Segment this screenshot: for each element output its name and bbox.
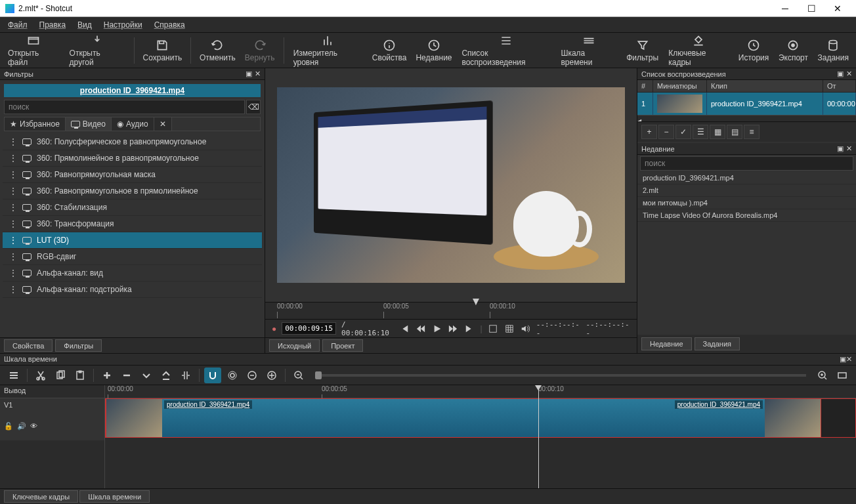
ripple-all-button[interactable]	[263, 368, 280, 383]
window-close-button[interactable]: ✕	[824, 1, 851, 16]
timeline-menu-button[interactable]	[5, 368, 22, 383]
playlist-view-icons-button[interactable]: ▤	[727, 125, 742, 139]
history-button[interactable]: История	[735, 37, 773, 64]
favorite-tab[interactable]: ★ Избранное	[5, 117, 66, 131]
jobs-button[interactable]: Задания	[814, 37, 852, 64]
playlist-view-tiles-button[interactable]: ▦	[710, 125, 725, 139]
filters-button[interactable]: Фильтры	[623, 37, 662, 64]
redo-button[interactable]: Вернуть	[242, 37, 278, 64]
undo-button[interactable]: Отменить	[196, 37, 239, 64]
panel-undock-icon[interactable]: ▣	[246, 70, 252, 78]
playlist-row[interactable]: 1 production ID_3969421.mp4 00:00:00	[637, 93, 856, 115]
recent-item[interactable]: 2.mlt	[637, 184, 856, 197]
snap-button[interactable]	[204, 368, 221, 383]
filter-item[interactable]: ⋮Альфа-канал: подстройка	[3, 282, 262, 298]
filter-item[interactable]: ⋮RGB-сдвиг	[3, 249, 262, 265]
playlist-update-button[interactable]: ✓	[675, 125, 691, 139]
zoom-fit-button[interactable]	[834, 368, 851, 383]
split-button[interactable]	[177, 368, 194, 383]
preview-ruler[interactable]: 00:00:00 00:00:05 00:00:10	[265, 302, 637, 319]
properties-button[interactable]: Свойства	[369, 37, 410, 64]
window-maximize-button[interactable]: ☐	[798, 1, 824, 16]
audio-tab[interactable]: ◉ Аудио	[112, 117, 154, 131]
panel-undock-icon[interactable]: ▣	[837, 70, 844, 78]
project-tab[interactable]: Проект	[322, 339, 363, 352]
timeline-playhead[interactable]	[538, 385, 539, 488]
menu-view[interactable]: Вид	[72, 18, 97, 32]
lock-icon[interactable]: 🔓	[4, 422, 13, 430]
save-button[interactable]: Сохранить	[140, 37, 185, 64]
hide-icon[interactable]: 👁	[30, 422, 37, 430]
menu-help[interactable]: Справка	[149, 18, 190, 32]
filter-list[interactable]: ⋮360: Полусферическое в равнопрямоугольн…	[3, 134, 262, 337]
skip-end-button[interactable]	[464, 323, 475, 335]
export-button[interactable]: Экспорт	[775, 37, 811, 64]
playlist-remove-button[interactable]: −	[658, 125, 674, 139]
recent-search-input[interactable]	[640, 156, 853, 171]
copy-button[interactable]	[52, 368, 69, 383]
panel-close-icon[interactable]: ✕	[846, 355, 852, 363]
mute-icon[interactable]: 🔊	[17, 422, 26, 430]
track-header[interactable]: V1 🔓 🔊 👁	[0, 398, 104, 440]
clear-search-icon[interactable]: ⌫	[246, 100, 261, 114]
playlist-menu-button[interactable]: ≡	[744, 125, 760, 139]
filter-item[interactable]: ⋮Альфа-канал: вид	[3, 265, 262, 282]
source-tab[interactable]: Исходный	[269, 339, 320, 352]
filter-search-input[interactable]	[4, 100, 245, 114]
cut-button[interactable]	[32, 368, 49, 383]
filter-item-selected[interactable]: ⋮LUT (3D)	[3, 232, 262, 249]
playlist-button[interactable]: Список воспроизведения	[458, 33, 554, 68]
append-button[interactable]	[98, 368, 116, 383]
properties-tab[interactable]: Свойства	[4, 339, 53, 352]
zoom-in-button[interactable]	[814, 368, 831, 383]
recent-item[interactable]: Time Lapse Video Of Aurora Borealis.mp4	[637, 209, 856, 222]
keyframes-tab[interactable]: Ключевые кадры	[4, 490, 78, 503]
playlist-view-details-button[interactable]: ☰	[693, 125, 708, 139]
peak-meter-button[interactable]: Измеритель уровня	[289, 33, 366, 68]
grid-button[interactable]	[503, 323, 515, 335]
skip-start-button[interactable]	[399, 323, 410, 335]
zoom-button[interactable]	[488, 323, 499, 335]
recent-item[interactable]: production ID_3969421.mp4	[637, 172, 856, 184]
volume-button[interactable]	[520, 323, 531, 335]
panel-undock-icon[interactable]: ▣	[837, 144, 844, 153]
menu-settings[interactable]: Настройки	[98, 18, 148, 32]
panel-close-icon[interactable]: ✕	[846, 70, 852, 78]
zoom-slider[interactable]	[315, 374, 806, 377]
filter-item[interactable]: ⋮360: Равнопрямоугольная маска	[3, 167, 262, 183]
scrub-button[interactable]	[224, 368, 241, 383]
panel-undock-icon[interactable]: ▣	[840, 355, 846, 363]
lift-button[interactable]	[138, 368, 155, 383]
paste-button[interactable]	[72, 368, 89, 383]
panel-close-icon[interactable]: ✕	[255, 70, 261, 78]
ripple-button[interactable]	[244, 368, 261, 383]
play-button[interactable]	[431, 323, 442, 335]
filters-tab[interactable]: Фильтры	[55, 339, 102, 352]
playlist-add-button[interactable]: +	[641, 125, 657, 139]
filter-item[interactable]: ⋮360: Равнопрямоугольное в прямолинейное	[3, 183, 262, 200]
zoom-out-button[interactable]	[290, 368, 307, 383]
output-label[interactable]: Вывод	[0, 385, 104, 398]
playhead-icon[interactable]	[473, 299, 479, 305]
filter-item[interactable]: ⋮360: Стабилизация	[3, 200, 262, 216]
current-timecode[interactable]: 00:00:09:15	[282, 322, 336, 335]
panel-close-icon[interactable]: ✕	[846, 144, 852, 153]
menu-edit[interactable]: Правка	[34, 18, 72, 32]
video-tab[interactable]: Видео	[66, 117, 112, 131]
jobs-tab[interactable]: Задания	[695, 337, 740, 350]
rewind-button[interactable]	[416, 323, 427, 335]
timeline-tab[interactable]: Шкала времени	[79, 490, 150, 503]
timeline-ruler[interactable]: 00:00:00 00:00:05 00:00:10	[105, 385, 856, 398]
filter-item[interactable]: ⋮360: Трансформация	[3, 216, 262, 232]
fastfwd-button[interactable]	[448, 323, 459, 335]
window-minimize-button[interactable]: ─	[772, 1, 798, 16]
filter-item[interactable]: ⋮360: Полусферическое в равнопрямоугольн…	[3, 134, 262, 150]
close-filter-search-button[interactable]: ✕	[154, 117, 172, 131]
open-file-button[interactable]: Открыть файл	[4, 33, 63, 68]
timeline-clip[interactable]: production ID_3969421.mp4 production ID_…	[106, 398, 821, 438]
video-preview[interactable]	[277, 87, 625, 283]
menu-file[interactable]: Файл	[3, 18, 33, 32]
recent-item[interactable]: мои питомцы ).mp4	[637, 197, 856, 209]
remove-button[interactable]	[118, 368, 135, 383]
timeline-button[interactable]: Шкала времени	[557, 33, 620, 68]
